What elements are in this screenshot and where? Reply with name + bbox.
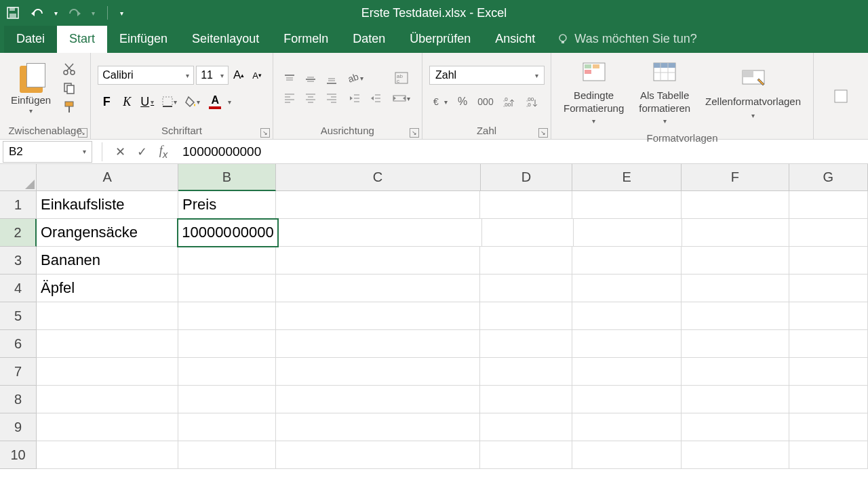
cell-D2[interactable] (482, 219, 574, 247)
cell-G10[interactable] (789, 441, 868, 469)
underline-button[interactable]: U▾ (138, 93, 156, 110)
cell-B3[interactable] (178, 247, 275, 274)
row-header-4[interactable]: 4 (0, 274, 37, 302)
align-right-button[interactable] (322, 89, 341, 106)
number-format-combo[interactable]: Zahl▾ (429, 66, 545, 85)
cell-C5[interactable] (276, 302, 481, 330)
cell-D8[interactable] (480, 386, 572, 413)
tab-view[interactable]: Ansicht (483, 25, 547, 53)
row-header-7[interactable]: 7 (0, 358, 37, 386)
row-header-3[interactable]: 3 (0, 247, 37, 274)
cell-A4[interactable]: Äpfel (37, 274, 178, 302)
cell-G5[interactable] (789, 302, 868, 330)
save-icon[interactable] (5, 5, 20, 20)
cell-G2[interactable] (789, 219, 868, 247)
cell-C1[interactable] (276, 191, 481, 219)
font-launcher[interactable]: ↘ (260, 128, 270, 138)
redo-icon[interactable] (67, 5, 82, 20)
cell-F2[interactable] (682, 219, 789, 247)
cell-E3[interactable] (572, 247, 682, 274)
font-name-combo[interactable]: Calibri▾ (98, 66, 194, 85)
cell-B4[interactable] (178, 274, 275, 302)
cell-D9[interactable] (480, 413, 572, 441)
alignment-launcher[interactable]: ↘ (410, 128, 419, 138)
select-all-corner[interactable] (0, 164, 37, 191)
cell-G6[interactable] (789, 330, 868, 358)
tab-pagelayout[interactable]: Seitenlayout (180, 25, 271, 53)
cell-A9[interactable] (37, 413, 178, 441)
align-left-button[interactable] (280, 89, 299, 106)
cell-A7[interactable] (37, 358, 178, 386)
cell-D1[interactable] (480, 191, 572, 219)
undo-dropdown-icon[interactable]: ▾ (54, 9, 58, 17)
cell-E1[interactable] (572, 191, 682, 219)
cell-C3[interactable] (276, 247, 481, 274)
cell-C10[interactable] (276, 441, 481, 469)
row-header-6[interactable]: 6 (0, 330, 37, 358)
cell-B2[interactable]: 10000000000 (178, 219, 278, 247)
paste-button[interactable]: Einfügen ▾ (7, 60, 55, 116)
align-top-button[interactable] (280, 71, 299, 87)
cell-E9[interactable] (572, 413, 682, 441)
font-color-button[interactable]: A (205, 93, 225, 110)
cell-G1[interactable] (789, 191, 868, 219)
cell-D3[interactable] (480, 247, 572, 274)
comma-button[interactable]: 000 (475, 93, 496, 110)
copy-button[interactable] (59, 80, 79, 96)
tell-me-search[interactable]: Was möchten Sie tun? (547, 25, 706, 53)
borders-button[interactable]: ▾ (159, 93, 179, 110)
cell-E2[interactable] (574, 219, 682, 247)
accounting-format-button[interactable]: €▾ (429, 93, 450, 110)
font-color-dropdown[interactable]: ▾ (228, 98, 231, 106)
cell-E5[interactable] (572, 302, 682, 330)
cell-G9[interactable] (789, 413, 868, 441)
cell-A2[interactable]: Orangensäcke (37, 219, 178, 247)
tab-formulas[interactable]: Formeln (271, 25, 340, 53)
insert-cells-button[interactable] (821, 80, 861, 113)
align-bottom-button[interactable] (322, 71, 341, 87)
undo-icon[interactable] (30, 5, 45, 20)
cell-F1[interactable] (682, 191, 789, 219)
row-header-1[interactable]: 1 (0, 191, 37, 219)
bold-button[interactable]: F (98, 93, 115, 110)
cell-A3[interactable]: Bananen (37, 247, 178, 274)
cell-C9[interactable] (276, 413, 481, 441)
orientation-button[interactable]: ab▾ (345, 70, 364, 86)
cell-G4[interactable] (789, 274, 868, 302)
cell-styles-button[interactable]: Zellenformatvorlagen ▾ (700, 63, 806, 121)
cell-D5[interactable] (480, 302, 572, 330)
cell-C6[interactable] (276, 330, 481, 358)
cell-E10[interactable] (572, 441, 682, 469)
column-header-E[interactable]: E (572, 164, 682, 191)
cell-B10[interactable] (178, 441, 275, 469)
tab-start[interactable]: Start (57, 25, 107, 53)
cell-D6[interactable] (480, 330, 572, 358)
cell-A1[interactable]: Einkaufsliste (37, 191, 178, 219)
tab-file[interactable]: Datei (4, 25, 57, 53)
row-header-8[interactable]: 8 (0, 386, 37, 413)
cell-E7[interactable] (572, 358, 682, 386)
increase-decimal-button[interactable]: ,0,00 (498, 93, 519, 110)
fill-color-button[interactable]: ▾ (182, 93, 202, 110)
cell-F4[interactable] (682, 274, 789, 302)
cell-G7[interactable] (789, 358, 868, 386)
column-header-D[interactable]: D (481, 164, 573, 191)
decrease-indent-button[interactable] (345, 90, 364, 106)
cell-A6[interactable] (37, 330, 178, 358)
column-header-A[interactable]: A (37, 164, 178, 191)
cell-F5[interactable] (682, 302, 789, 330)
grow-font-button[interactable]: A▴ (231, 66, 247, 85)
cell-F7[interactable] (682, 358, 789, 386)
cell-D4[interactable] (480, 274, 572, 302)
cell-F3[interactable] (682, 247, 789, 274)
cell-E6[interactable] (572, 330, 682, 358)
cell-B9[interactable] (178, 413, 275, 441)
cell-C2[interactable] (278, 219, 482, 247)
cell-D10[interactable] (480, 441, 572, 469)
qat-customize-icon[interactable]: ▾ (120, 9, 123, 17)
row-header-2[interactable]: 2 (0, 219, 37, 247)
cell-F10[interactable] (682, 441, 789, 469)
number-launcher[interactable]: ↘ (538, 128, 548, 138)
decrease-decimal-button[interactable]: ,00,0 (521, 93, 542, 110)
cell-F6[interactable] (682, 330, 789, 358)
